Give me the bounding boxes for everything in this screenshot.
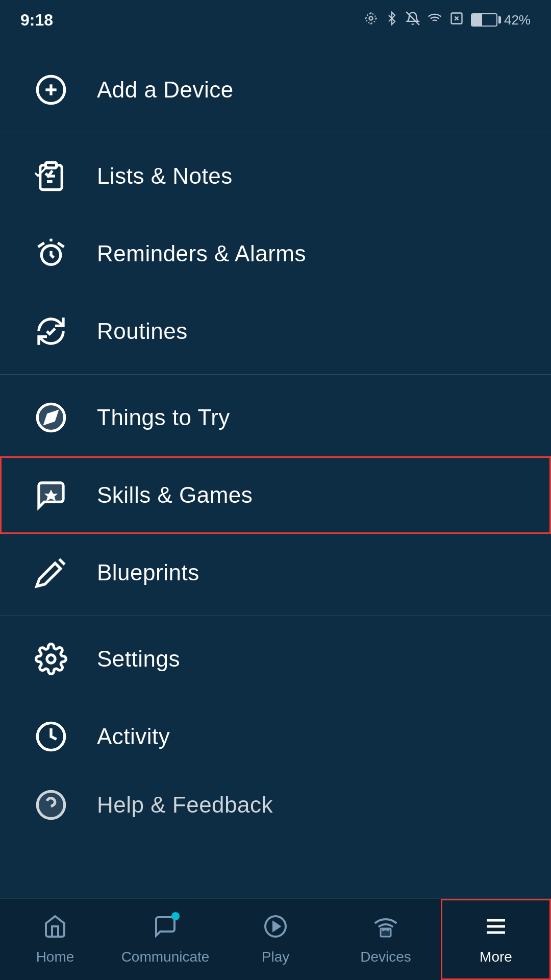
more-nav-icon (484, 914, 508, 944)
status-bar: 9:18 (0, 0, 551, 36)
devices-nav-icon (373, 914, 398, 944)
skills-games-icon (31, 475, 71, 516)
menu-item-help-feedback[interactable]: Help & Feedback (0, 775, 551, 826)
divider-3 (0, 616, 551, 616)
clock-history-icon (31, 716, 71, 757)
home-nav-label: Home (36, 949, 74, 965)
compass-icon (31, 397, 71, 438)
nav-item-more[interactable]: More (441, 899, 551, 980)
battery-icon (471, 13, 501, 27)
plus-circle-icon (31, 69, 71, 110)
help-icon (31, 785, 71, 825)
gear-icon (31, 639, 71, 679)
svg-point-1 (366, 13, 376, 23)
svg-line-20 (59, 559, 65, 565)
divider-2 (0, 374, 551, 375)
svg-rect-28 (381, 928, 391, 937)
devices-nav-label: Devices (360, 949, 411, 965)
routines-icon (31, 311, 71, 352)
menu-item-lists-notes[interactable]: Lists & Notes (0, 137, 551, 215)
home-nav-icon (43, 914, 67, 944)
play-nav-icon (263, 914, 288, 944)
svg-line-15 (58, 243, 64, 247)
routines-label: Routines (97, 318, 188, 344)
settings-label: Settings (97, 646, 180, 672)
nav-item-home[interactable]: Home (0, 899, 110, 980)
play-nav-label: Play (262, 949, 289, 965)
svg-point-21 (47, 655, 55, 663)
wifi-icon (427, 11, 442, 29)
svg-line-2 (406, 12, 419, 25)
battery-percent: 42% (504, 12, 531, 28)
skills-games-label: Skills & Games (97, 482, 253, 508)
clipboard-icon (31, 156, 71, 197)
menu-item-things-to-try[interactable]: Things to Try (0, 379, 551, 456)
status-time: 9:18 (20, 11, 53, 30)
alarm-clock-icon (31, 233, 71, 274)
location-icon (364, 11, 378, 29)
communicate-dot (171, 912, 180, 920)
add-device-label: Add a Device (97, 77, 234, 103)
communicate-nav-icon (153, 914, 178, 944)
reminders-alarms-label: Reminders & Alarms (97, 241, 306, 266)
bluetooth-icon (385, 11, 398, 29)
nav-item-devices[interactable]: Devices (331, 899, 441, 980)
nav-item-play[interactable]: Play (220, 899, 331, 980)
battery-indicator: 42% (471, 12, 531, 28)
menu-item-routines[interactable]: Routines (0, 292, 551, 370)
menu-item-blueprints[interactable]: Blueprints (0, 534, 551, 611)
divider-1 (0, 133, 551, 133)
svg-line-14 (38, 243, 44, 247)
help-feedback-label: Help & Feedback (97, 792, 273, 818)
nav-item-communicate[interactable]: Communicate (110, 899, 220, 980)
menu-list: Add a Device Lists & Notes (0, 36, 551, 826)
menu-item-reminders-alarms[interactable]: Reminders & Alarms (0, 215, 551, 292)
pencil-icon (31, 552, 71, 593)
cancel-icon (449, 11, 464, 29)
menu-item-settings[interactable]: Settings (0, 620, 551, 698)
things-to-try-label: Things to Try (97, 405, 230, 430)
more-nav-label: More (480, 949, 512, 965)
lists-notes-label: Lists & Notes (97, 163, 233, 189)
svg-point-0 (369, 16, 372, 20)
svg-marker-26 (273, 922, 280, 930)
blueprints-label: Blueprints (97, 560, 199, 585)
menu-item-activity[interactable]: Activity (0, 698, 551, 775)
menu-item-add-device[interactable]: Add a Device (0, 51, 551, 129)
communicate-nav-label: Communicate (121, 949, 210, 965)
menu-item-skills-games[interactable]: Skills & Games (0, 456, 551, 534)
bottom-navigation: Home Communicate Play (0, 898, 551, 980)
mute-icon (406, 11, 420, 29)
status-icons: 42% (364, 11, 531, 29)
activity-label: Activity (97, 724, 170, 749)
